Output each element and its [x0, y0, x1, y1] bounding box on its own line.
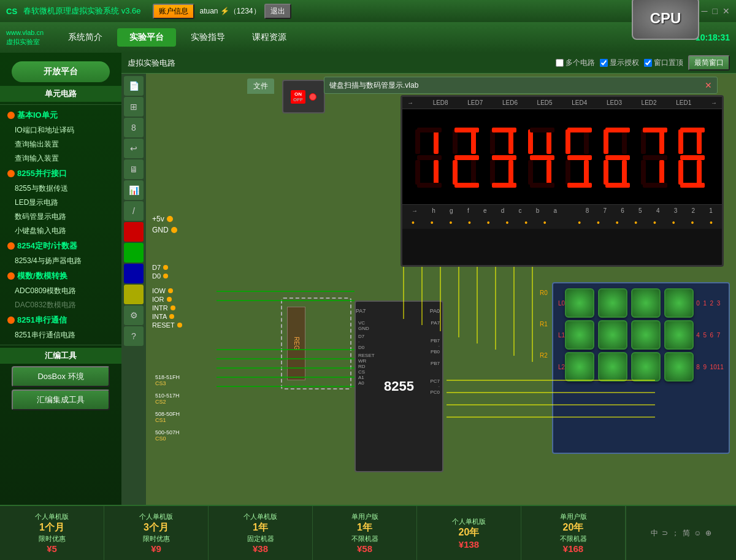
dosbox-button[interactable]: DosBox 环境 [12, 366, 110, 387]
simplify-button[interactable]: 最简窗口 [688, 55, 730, 71]
col-label-1: 1 [703, 300, 710, 307]
price-3month[interactable]: 个人单机版 3个月 限时优惠 ¥9 [104, 506, 209, 560]
price-20year-single[interactable]: 个人单机版 20年 ¥138 [417, 506, 521, 560]
sidebar-category-8255[interactable]: 8255并行接口 [0, 166, 121, 182]
price-20year-multi[interactable]: 单用户版 20年 不限机器 ¥168 [521, 506, 626, 560]
col-label-4: 4 [696, 332, 703, 339]
dot-8251 [7, 316, 15, 324]
sidebar-item-led[interactable]: LED显示电路 [0, 196, 121, 210]
seg-e: e [483, 207, 487, 214]
pin-6: 6 [621, 207, 624, 214]
ime-symbol3[interactable]: ⊕ [705, 529, 711, 537]
assembler-button[interactable]: 汇编集成工具 [12, 389, 110, 410]
pen-tool[interactable]: / [124, 201, 144, 221]
sidebar-category-adc[interactable]: 模数/数模转换 [0, 268, 121, 284]
svg-rect-14 [490, 129, 495, 154]
display-area: → LED8 LED7 LED6 LED5 LED4 LED3 LED2 LED… [401, 95, 724, 267]
sidebar-item-8251-serial[interactable]: 8251串行通信电路 [0, 328, 121, 342]
color-yellow[interactable] [124, 285, 144, 304]
price-duration-1: 1个月 [39, 521, 64, 534]
help-tool[interactable]: ? [124, 326, 144, 346]
account-button[interactable]: 账户信息 [153, 4, 194, 19]
key-6[interactable] [631, 320, 661, 350]
tab-intro[interactable]: 系统简介 [56, 28, 115, 47]
sidebar-item-7seg[interactable]: 数码管显示电路 [0, 210, 121, 224]
ime-emoji[interactable]: ☺ [694, 529, 701, 537]
chart-tool[interactable]: 📊 [124, 180, 144, 200]
key-2[interactable] [631, 288, 661, 318]
sidebar-item-8255-transfer[interactable]: 8255与数据传送 [0, 182, 121, 196]
key-8[interactable] [565, 352, 594, 382]
tab-resources[interactable]: 课程资源 [240, 28, 299, 47]
content-area: 虚拟实验电路 多个电路 显示授权 窗口置顶 最简窗口 [121, 53, 736, 505]
svg-rect-38 [622, 160, 627, 185]
bus-labels: D7 D0 IOW IOR INTR INTA [152, 264, 213, 330]
color-blue[interactable] [124, 264, 144, 283]
sidebar-category-io[interactable]: 基本IO单元 [0, 107, 121, 123]
sidebar-category-8254[interactable]: 8254定时/计数器 [0, 238, 121, 254]
sidebar-item-dac0832[interactable]: DAC0832数模电路 [0, 298, 121, 312]
price-1year-multi[interactable]: 单用户版 1年 不限机器 ¥58 [313, 506, 417, 560]
show-auth-check[interactable]: 显示授权 [600, 58, 639, 68]
ime-simplified[interactable]: 简 [683, 528, 690, 539]
grid-tool[interactable]: ⊞ [124, 97, 144, 117]
monitor-tool[interactable]: 🖥 [124, 159, 144, 179]
sidebar-item-query-in[interactable]: 查询输入装置 [0, 152, 121, 166]
ime-chinese[interactable]: 中 [651, 528, 658, 539]
price-promo-1: 限时优惠 [39, 534, 66, 543]
open-platform-button[interactable]: 开放平台 [12, 61, 110, 82]
svg-rect-52 [697, 160, 702, 185]
digit-tool[interactable]: 8 [124, 118, 144, 137]
svg-rect-42 [641, 129, 646, 154]
svg-rect-34 [567, 183, 592, 188]
window-top-checkbox[interactable] [644, 59, 652, 67]
svg-rect-0 [434, 129, 439, 154]
color-red[interactable] [124, 222, 144, 242]
close-button[interactable]: ✕ [723, 6, 730, 16]
tab-platform[interactable]: 实验平台 [117, 28, 176, 47]
key-7[interactable] [664, 320, 694, 350]
key-5[interactable] [598, 320, 627, 350]
cs-labels: 518-51FHCS3 510-517HCS2 508-50FHCS1 500-… [155, 374, 229, 448]
row-R0: R0 [540, 290, 548, 296]
power-switch[interactable]: ON OFF [291, 90, 305, 104]
sidebar-category-8251[interactable]: 8251串行通信 [0, 312, 121, 328]
col-label-7: 7 [717, 332, 724, 339]
price-1year-fixed[interactable]: 个人单机版 1年 固定机器 ¥38 [209, 506, 313, 560]
file-button[interactable]: 文件 [247, 79, 274, 94]
ime-symbol2[interactable]: ； [672, 528, 679, 539]
price-duration-6: 20年 [563, 521, 584, 534]
tab-guide[interactable]: 实验指导 [178, 28, 237, 47]
close-experiment-button[interactable]: ✕ [705, 80, 712, 90]
sidebar-item-8253[interactable]: 8253/4与扬声器电路 [0, 254, 121, 268]
color-green[interactable] [124, 243, 144, 263]
ime-symbol1[interactable]: ⊃ [662, 529, 668, 537]
undo-tool[interactable]: ↩ [124, 139, 144, 158]
key-11[interactable] [664, 352, 694, 382]
window-top-check[interactable]: 窗口置顶 [644, 58, 683, 68]
settings-tool[interactable]: ⚙ [124, 305, 144, 325]
multi-circuit-check[interactable]: 多个电路 [556, 58, 595, 68]
sidebar-item-keypad[interactable]: 小键盘输入电路 [0, 224, 121, 238]
sidebar-item-io-decode[interactable]: IO端口和地址译码 [0, 123, 121, 137]
led5-label: LED5 [537, 99, 553, 106]
price-1month[interactable]: 个人单机版 1个月 限时优惠 ¥5 [0, 506, 104, 560]
col-label-11: 11 [717, 364, 724, 370]
power-led [309, 93, 316, 101]
restore-button[interactable]: □ [713, 6, 718, 16]
multi-circuit-checkbox[interactable] [556, 59, 564, 67]
logout-button[interactable]: 退出 [264, 4, 291, 19]
key-9[interactable] [598, 352, 627, 382]
sidebar-item-query-out[interactable]: 查询输出装置 [0, 137, 121, 152]
key-1[interactable] [598, 288, 627, 318]
svg-rect-2 [415, 129, 420, 154]
key-4[interactable] [565, 320, 594, 350]
key-0[interactable] [565, 288, 594, 318]
key-3[interactable] [664, 288, 694, 318]
show-auth-checkbox[interactable] [600, 59, 608, 67]
file-tool[interactable]: 📄 [124, 76, 144, 96]
sidebar-item-adc0809[interactable]: ADC0809模数电路 [0, 284, 121, 298]
minimize-button[interactable]: ─ [702, 6, 708, 16]
key-10[interactable] [631, 352, 661, 382]
gnd-dot [171, 227, 177, 233]
